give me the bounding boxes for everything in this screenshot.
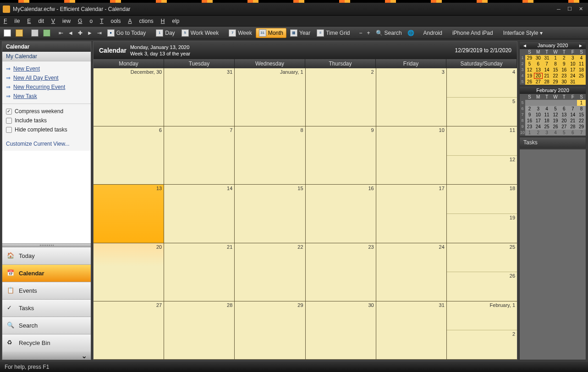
calendar-day[interactable]: February, 1 — [447, 301, 517, 331]
nav-tasks[interactable]: ✓Tasks — [2, 299, 91, 317]
nav-search[interactable]: 🔍Search — [2, 317, 91, 334]
mini-day[interactable]: 7 — [543, 61, 551, 67]
view-month-button[interactable]: 31Month — [256, 28, 286, 38]
mini-day[interactable]: 17 — [568, 67, 577, 73]
globe-icon[interactable]: 🌐 — [406, 28, 416, 38]
mini-day[interactable]: 17 — [534, 118, 543, 124]
mini-day[interactable]: 19 — [525, 73, 534, 79]
mini-day[interactable] — [543, 100, 551, 106]
mini-day[interactable]: 10 — [534, 112, 543, 118]
mini-day[interactable]: 20 — [534, 73, 543, 79]
menu-file[interactable]: File — [4, 18, 20, 24]
mini-day[interactable]: 30 — [560, 79, 568, 85]
nav-today[interactable]: 🏠Today — [2, 247, 91, 264]
minimize-button[interactable]: ─ — [554, 6, 563, 12]
calendar-day[interactable]: 17 — [376, 185, 447, 242]
calendar-day[interactable]: 3 — [376, 68, 447, 126]
mini-day[interactable]: 2 — [534, 130, 543, 136]
calendar-day[interactable]: 2 — [447, 330, 517, 359]
mini-day[interactable]: 3 — [543, 130, 551, 136]
mini-day[interactable]: 1 — [551, 55, 560, 61]
view-timegrid-button[interactable]: ≡Time Grid — [314, 28, 352, 38]
mini-day[interactable]: 31 — [543, 55, 551, 61]
opt-include-tasks[interactable]: Include tasks — [6, 116, 87, 125]
mini-day[interactable]: 26 — [551, 124, 560, 130]
calendar-day[interactable]: January, 1 — [235, 68, 305, 126]
mini-day[interactable]: 16 — [525, 118, 534, 124]
mini-day[interactable]: 31 — [568, 79, 577, 85]
calendar-day[interactable]: 28 — [164, 301, 235, 359]
mini-day[interactable]: 5 — [560, 130, 568, 136]
mini-day[interactable]: 11 — [543, 112, 551, 118]
tasks-panel[interactable] — [519, 149, 586, 360]
nav-events[interactable]: 📋Events — [2, 282, 91, 299]
mini-day[interactable]: 2 — [560, 55, 568, 61]
mini-day[interactable]: 5 — [525, 61, 534, 67]
calendar-day[interactable]: 18 — [447, 185, 517, 214]
mini-day[interactable]: 7 — [577, 130, 586, 136]
mini-day[interactable] — [577, 79, 586, 85]
sidebar-splitter[interactable] — [2, 243, 91, 247]
calendar-day[interactable]: 31 — [376, 301, 447, 359]
interface-style-button[interactable]: Interface Style ▾ — [500, 28, 546, 38]
mini-day[interactable]: 24 — [568, 73, 577, 79]
nav-recycle-bin[interactable]: ♻Recycle Bin — [2, 334, 91, 351]
nav-prev-icon[interactable]: ◄ — [66, 28, 75, 38]
calendar-day[interactable]: 14 — [164, 185, 235, 242]
calendar-day[interactable]: 26 — [447, 272, 517, 301]
mini-day[interactable]: 3 — [568, 55, 577, 61]
mini-day[interactable]: 20 — [560, 118, 568, 124]
mini-day[interactable]: 15 — [551, 67, 560, 73]
mini-day[interactable]: 22 — [577, 118, 586, 124]
goto-today-button[interactable]: ●Go to Today — [104, 28, 149, 38]
calendar-day[interactable]: 21 — [164, 243, 235, 301]
refresh-icon[interactable] — [41, 28, 52, 38]
mini-day[interactable]: 22 — [551, 73, 560, 79]
zoom-in-icon[interactable]: + — [365, 28, 372, 38]
mini-day[interactable]: 4 — [551, 130, 560, 136]
mini-day[interactable]: 4 — [543, 106, 551, 112]
view-day-button[interactable]: 1Day — [153, 28, 177, 38]
nav-calendar[interactable]: 📅Calendar — [2, 264, 91, 282]
mini-day[interactable]: 5 — [551, 106, 560, 112]
mini-day[interactable]: 29 — [551, 79, 560, 85]
mini-day[interactable]: 1 — [577, 100, 586, 106]
mini-day[interactable]: 8 — [551, 61, 560, 67]
view-week-button[interactable]: 7Week — [226, 28, 254, 38]
calendar-day[interactable]: 16 — [306, 185, 376, 242]
menu-tools[interactable]: Tools — [100, 18, 121, 24]
mini-day[interactable]: 28 — [568, 124, 577, 130]
nav-first-icon[interactable]: ⇤ — [57, 28, 65, 38]
mini-prev-button[interactable]: ◄ — [521, 43, 529, 48]
customize-view-link[interactable]: Customize Current View... — [2, 137, 91, 151]
mini-day[interactable]: 7 — [568, 106, 577, 112]
new-icon[interactable] — [2, 28, 13, 38]
calendar-day[interactable]: 23 — [306, 243, 376, 301]
nav-overflow-button[interactable]: ⌄ — [2, 351, 91, 360]
mini-day[interactable]: 23 — [525, 124, 534, 130]
calendar-day[interactable]: 9 — [306, 126, 376, 184]
calendar-day[interactable]: 30 — [306, 301, 376, 359]
mini-day[interactable]: 9 — [560, 61, 568, 67]
mini-day[interactable]: 21 — [568, 118, 577, 124]
mini-day[interactable]: 24 — [534, 124, 543, 130]
menu-view[interactable]: View — [51, 18, 71, 24]
mini-day[interactable]: 18 — [577, 67, 586, 73]
close-button[interactable]: ✕ — [576, 6, 585, 12]
mini-day[interactable]: 16 — [560, 67, 568, 73]
mini-day[interactable]: 11 — [577, 61, 586, 67]
mini-day[interactable] — [551, 100, 560, 106]
zoom-out-icon[interactable]: − — [357, 28, 364, 38]
calendar-day[interactable]: 12 — [447, 156, 517, 185]
mini-day[interactable] — [534, 100, 543, 106]
mini-day[interactable]: 26 — [525, 79, 534, 85]
nav-next-icon[interactable]: ► — [85, 28, 94, 38]
search-button[interactable]: 🔍Search — [373, 28, 405, 38]
mini-next-button[interactable]: ► — [577, 43, 585, 48]
calendar-day[interactable]: 2 — [306, 68, 376, 126]
calendar-day[interactable]: December, 30 — [93, 68, 164, 126]
calendar-day[interactable]: 13 — [93, 185, 164, 242]
calendar-day[interactable]: 15 — [235, 185, 305, 242]
opt-hide-completed[interactable]: Hide completed tasks — [6, 125, 87, 134]
menu-help[interactable]: Help — [161, 18, 180, 24]
